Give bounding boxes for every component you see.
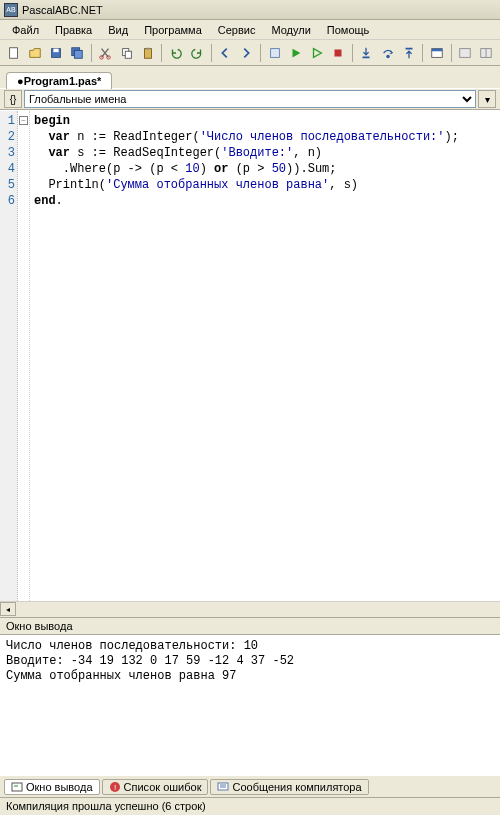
errors-icon: ! — [109, 781, 121, 793]
code-area[interactable]: begin var n := ReadInteger('Число членов… — [30, 111, 500, 617]
svg-rect-10 — [146, 47, 150, 49]
new-form-button[interactable] — [427, 43, 446, 63]
scope-dropdown-button[interactable]: ▾ — [478, 90, 496, 108]
separator — [161, 44, 162, 62]
tab-errors[interactable]: ! Список ошибок — [102, 779, 209, 795]
svg-rect-15 — [405, 47, 412, 49]
scope-icon[interactable]: {} — [4, 90, 22, 108]
fold-toggle[interactable]: − — [19, 116, 28, 125]
titlebar: AB PascalABC.NET — [0, 0, 500, 20]
svg-rect-2 — [53, 48, 58, 52]
menu-program[interactable]: Программа — [136, 22, 210, 38]
code-editor[interactable]: 1 2 3 4 5 6 − begin var n := ReadInteger… — [0, 110, 500, 617]
bottom-tabbar: Окно вывода ! Список ошибок Сообщения ко… — [0, 775, 500, 797]
menubar: Файл Правка Вид Программа Сервис Модули … — [0, 20, 500, 40]
fold-gutter: − — [18, 111, 30, 617]
separator — [91, 44, 92, 62]
svg-rect-13 — [363, 56, 370, 58]
compile-button[interactable] — [265, 43, 284, 63]
svg-rect-17 — [432, 48, 443, 51]
save-all-button[interactable] — [68, 43, 87, 63]
open-file-button[interactable] — [25, 43, 44, 63]
run-button[interactable] — [286, 43, 305, 63]
svg-point-14 — [386, 54, 390, 58]
undo-button[interactable] — [166, 43, 185, 63]
step-into-button[interactable] — [357, 43, 376, 63]
line-gutter: 1 2 3 4 5 6 — [0, 111, 18, 617]
separator — [211, 44, 212, 62]
svg-rect-0 — [9, 47, 17, 58]
menu-service[interactable]: Сервис — [210, 22, 264, 38]
scope-combo[interactable]: Глобальные имена — [24, 90, 476, 108]
svg-rect-21 — [12, 783, 22, 791]
nav-forward-button[interactable] — [237, 43, 256, 63]
output-panel-title: Окно вывода — [0, 617, 500, 635]
separator — [422, 44, 423, 62]
separator — [451, 44, 452, 62]
svg-text:!: ! — [113, 783, 115, 792]
scope-row: {} Глобальные имена ▾ — [0, 88, 500, 110]
copy-button[interactable] — [117, 43, 136, 63]
output-icon — [11, 781, 23, 793]
svg-rect-8 — [125, 51, 131, 58]
status-text: Компиляция прошла успешно (6 строк) — [6, 800, 206, 812]
window2-button[interactable] — [477, 43, 496, 63]
new-file-button[interactable] — [4, 43, 23, 63]
separator — [352, 44, 353, 62]
tab-output[interactable]: Окно вывода — [4, 779, 100, 795]
svg-rect-18 — [460, 48, 471, 57]
editor-tabbar: ●Program1.pas* — [0, 66, 500, 88]
app-title: PascalABC.NET — [22, 4, 103, 16]
scroll-left-icon[interactable]: ◂ — [0, 602, 16, 616]
step-out-button[interactable] — [399, 43, 418, 63]
run-no-debug-button[interactable] — [307, 43, 326, 63]
statusbar: Компиляция прошла успешно (6 строк) — [0, 797, 500, 815]
svg-rect-9 — [144, 48, 151, 58]
output-panel[interactable]: Число членов последовательности: 10 Ввод… — [0, 635, 500, 775]
window1-button[interactable] — [456, 43, 475, 63]
svg-rect-12 — [335, 49, 342, 56]
app-icon: AB — [4, 3, 18, 17]
svg-rect-4 — [75, 50, 83, 58]
menu-modules[interactable]: Модули — [263, 22, 318, 38]
save-button[interactable] — [46, 43, 65, 63]
cut-button[interactable] — [96, 43, 115, 63]
menu-help[interactable]: Помощь — [319, 22, 378, 38]
menu-view[interactable]: Вид — [100, 22, 136, 38]
messages-icon — [217, 781, 229, 793]
menu-file[interactable]: Файл — [4, 22, 47, 38]
toolbar — [0, 40, 500, 66]
separator — [260, 44, 261, 62]
stop-button[interactable] — [329, 43, 348, 63]
editor-tab-program1[interactable]: ●Program1.pas* — [6, 72, 112, 89]
paste-button[interactable] — [138, 43, 157, 63]
svg-rect-11 — [270, 48, 279, 57]
nav-back-button[interactable] — [216, 43, 235, 63]
h-scrollbar[interactable]: ◂ — [0, 601, 500, 617]
step-over-button[interactable] — [378, 43, 397, 63]
redo-button[interactable] — [188, 43, 207, 63]
tab-compiler-messages[interactable]: Сообщения компилятора — [210, 779, 368, 795]
menu-edit[interactable]: Правка — [47, 22, 100, 38]
